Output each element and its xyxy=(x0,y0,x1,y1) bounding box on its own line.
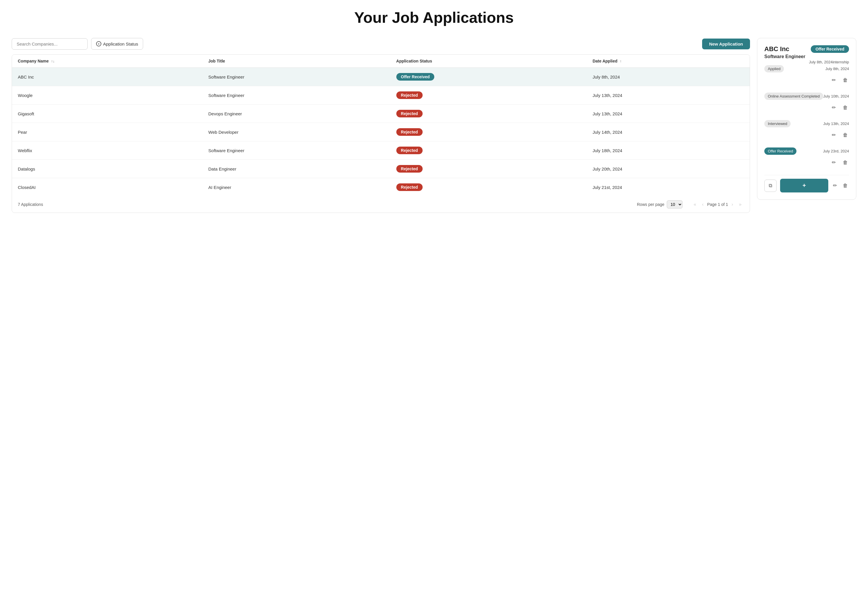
table-row[interactable]: Webflix Software Engineer Rejected July … xyxy=(12,141,750,160)
cell-date: July 20th, 2024 xyxy=(587,160,750,178)
date-sort-icon: ↑ xyxy=(620,59,621,63)
table-header-row: Company Name ↑↓ Job Title Application St… xyxy=(12,55,750,68)
timeline-entry: Interviewed July 13th, 2024 ✏ 🗑 xyxy=(764,120,849,143)
cell-job-title: AI Engineer xyxy=(202,178,390,197)
new-application-button[interactable]: New Application xyxy=(702,38,750,49)
detail-header: ABC Inc Offer Received xyxy=(764,45,849,53)
search-input[interactable] xyxy=(12,38,88,50)
col-date[interactable]: Date Applied ↑ xyxy=(587,55,750,68)
applications-table: Company Name ↑↓ Job Title Application St… xyxy=(12,55,750,196)
rows-per-page-select[interactable]: 10 25 50 xyxy=(667,200,683,209)
timeline-entry: Applied July 8th, 2024 ✏ 🗑 xyxy=(764,65,849,88)
table-row[interactable]: ABC Inc Software Engineer Offer Received… xyxy=(12,68,750,86)
timeline-entry: Online Assessment Completed July 10th, 2… xyxy=(764,93,849,115)
timeline-delete-button[interactable]: 🗑 xyxy=(842,131,849,139)
page-title: Your Job Applications xyxy=(12,9,856,26)
cell-date: July 13th, 2024 xyxy=(587,86,750,105)
timeline-delete-button[interactable]: 🗑 xyxy=(842,76,849,84)
cell-status: Rejected xyxy=(391,105,587,123)
applications-table-wrap: Company Name ↑↓ Job Title Application St… xyxy=(12,54,750,213)
cell-company: Woogle xyxy=(12,86,202,105)
cell-job-title: Web Developer xyxy=(202,123,390,141)
cell-status: Offer Received xyxy=(391,68,587,86)
prev-page-button[interactable]: ‹ xyxy=(700,201,706,208)
company-sort-icon: ↑↓ xyxy=(51,59,55,63)
cell-company: Webflix xyxy=(12,141,202,160)
cell-date: July 18th, 2024 xyxy=(587,141,750,160)
bottom-delete-button[interactable]: 🗑 xyxy=(842,182,849,190)
cell-job-title: Data Engineer xyxy=(202,160,390,178)
detail-panel: ABC Inc Offer Received Software Engineer… xyxy=(757,38,856,200)
cell-status: Rejected xyxy=(391,141,587,160)
timeline-edit-button[interactable]: ✏ xyxy=(831,131,837,139)
col-job-title: Job Title xyxy=(202,55,390,68)
col-status: Application Status xyxy=(391,55,587,68)
timeline-date: July 13th, 2024 xyxy=(823,122,849,126)
cell-date: July 13th, 2024 xyxy=(587,105,750,123)
cell-job-title: Software Engineer xyxy=(202,141,390,160)
timeline-status-badge: Online Assessment Completed xyxy=(764,93,823,100)
next-page-button[interactable]: › xyxy=(729,201,735,208)
cell-status: Rejected xyxy=(391,123,587,141)
rows-per-page-control: Rows per page 10 25 50 xyxy=(637,200,683,209)
table-row[interactable]: ClosedAI AI Engineer Rejected July 21st,… xyxy=(12,178,750,197)
cell-job-title: Software Engineer xyxy=(202,86,390,105)
detail-type: internship xyxy=(833,60,849,64)
timeline-date: July 10th, 2024 xyxy=(823,94,849,98)
page-label: Page 1 of 1 xyxy=(707,202,728,207)
table-footer: 7 Applications Rows per page 10 25 50 « … xyxy=(12,196,750,213)
table-row[interactable]: Gigasoft Devops Engineer Rejected July 1… xyxy=(12,105,750,123)
add-timeline-button[interactable]: + xyxy=(780,179,828,192)
detail-status-badge: Offer Received xyxy=(811,45,849,53)
left-panel: + Application Status New Application Com… xyxy=(12,38,750,213)
cell-company: Pear xyxy=(12,123,202,141)
app-count: 7 Applications xyxy=(18,202,43,207)
table-row[interactable]: Woogle Software Engineer Rejected July 1… xyxy=(12,86,750,105)
copy-button[interactable]: ⧉ xyxy=(764,180,776,192)
cell-status: Rejected xyxy=(391,178,587,197)
timeline-status-badge: Applied xyxy=(764,65,784,72)
table-row[interactable]: Pear Web Developer Rejected July 14th, 2… xyxy=(12,123,750,141)
bottom-edit-button[interactable]: ✏ xyxy=(832,182,838,190)
timeline-date: July 23rd, 2024 xyxy=(823,149,849,153)
timeline-edit-button[interactable]: ✏ xyxy=(831,104,837,112)
cell-company: Datalogs xyxy=(12,160,202,178)
detail-company: ABC Inc xyxy=(764,45,789,53)
toolbar: + Application Status New Application xyxy=(12,38,750,50)
table-row[interactable]: Datalogs Data Engineer Rejected July 20t… xyxy=(12,160,750,178)
detail-date: July 8th, 2024 xyxy=(809,60,833,64)
timeline-delete-button[interactable]: 🗑 xyxy=(842,104,849,112)
cell-company: Gigasoft xyxy=(12,105,202,123)
status-filter-button[interactable]: + Application Status xyxy=(91,38,143,50)
first-page-button[interactable]: « xyxy=(691,201,699,208)
timeline-edit-button[interactable]: ✏ xyxy=(831,158,837,167)
cell-job-title: Devops Engineer xyxy=(202,105,390,123)
col-company[interactable]: Company Name ↑↓ xyxy=(12,55,202,68)
rows-per-page-label: Rows per page xyxy=(637,202,664,207)
detail-job-title: Software Engineer xyxy=(764,54,849,59)
cell-job-title: Software Engineer xyxy=(202,68,390,86)
filter-icon: + xyxy=(96,41,101,46)
timeline-entry: Offer Received July 23rd, 2024 ✏ 🗑 xyxy=(764,148,849,170)
cell-status: Rejected xyxy=(391,86,587,105)
timeline-edit-button[interactable]: ✏ xyxy=(831,76,837,84)
cell-date: July 8th, 2024 xyxy=(587,68,750,86)
cell-company: ABC Inc xyxy=(12,68,202,86)
cell-date: July 21st, 2024 xyxy=(587,178,750,197)
cell-company: ClosedAI xyxy=(12,178,202,197)
cell-status: Rejected xyxy=(391,160,587,178)
timeline-date: July 8th, 2024 xyxy=(825,67,849,71)
timeline-status-badge: Interviewed xyxy=(764,120,790,127)
last-page-button[interactable]: » xyxy=(737,201,744,208)
status-filter-label: Application Status xyxy=(103,41,138,46)
timeline: Applied July 8th, 2024 ✏ 🗑 Online Assess… xyxy=(764,65,849,170)
timeline-status-badge: Offer Received xyxy=(764,148,796,155)
bottom-actions: ⧉ + ✏ 🗑 xyxy=(764,175,849,192)
pagination: « ‹ Page 1 of 1 › » xyxy=(691,201,744,208)
cell-date: July 14th, 2024 xyxy=(587,123,750,141)
timeline-delete-button[interactable]: 🗑 xyxy=(842,159,849,167)
